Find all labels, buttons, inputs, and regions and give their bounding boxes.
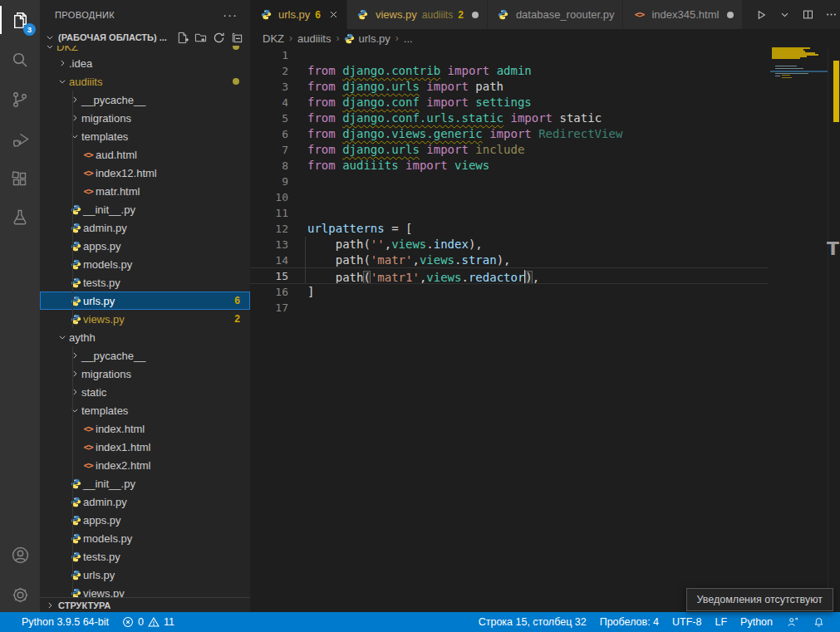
tree-item-__init__.py[interactable]: __init__.py [40,474,250,492]
tab-urls.py[interactable]: urls.py6 [250,0,347,29]
editor-scrollbar[interactable]: T [828,47,840,612]
status-python-interpreter[interactable]: Python 3.9.5 64-bit [15,612,115,632]
status-cursor-position[interactable]: Строка 15, столбец 32 [472,612,593,632]
code-line-13[interactable]: 13 path('',views.index), [250,237,840,252]
tree-item-index.html[interactable]: <>index.html [40,419,250,438]
tree-item-urls.py[interactable]: urls.py [40,566,250,584]
problems-badge: 6 [234,295,240,306]
status-feedback[interactable] [779,612,806,632]
code-line-16[interactable]: 16] [250,284,840,300]
outline-section-header[interactable]: СТРУКТУРА [40,597,250,612]
breadcrumb-item-urls.py[interactable]: urls.py [344,32,390,45]
activity-settings[interactable] [0,575,40,615]
activity-accounts[interactable] [0,535,40,575]
breadcrumb-item-...[interactable]: ... [404,32,413,45]
tree-item-views.py[interactable]: views.py2 [40,310,250,328]
tree-item-migrations[interactable]: migrations [40,109,250,127]
tree-item-migrations[interactable]: migrations [40,365,250,383]
tree-item-index2.html[interactable]: <>index2.html [40,456,250,474]
minimap-warning-line [772,57,800,59]
code-line-8[interactable]: 8from audiiits import views [250,158,840,174]
tree-item-index12.html[interactable]: <>index12.html [40,164,250,182]
breadcrumb-separator: › [395,32,399,44]
tree-item-index1.html[interactable]: <>index1.html [40,438,250,456]
status-notifications-bell[interactable] [806,612,832,632]
tree-item-__pycache__[interactable]: __pycache__ [40,91,250,109]
new-folder-icon[interactable] [192,29,209,46]
run-button[interactable] [751,5,771,25]
close-icon[interactable] [329,10,338,19]
code-line-10[interactable]: 10 [250,189,840,205]
status-problems[interactable]: 011 [115,612,181,632]
gear-icon [10,585,31,605]
tree-item-aud.html[interactable]: <>aud.html [40,145,250,164]
code-editor[interactable]: 12from django.contrib import admin3from … [250,47,840,612]
activity-extensions[interactable] [0,159,40,199]
minimap[interactable] [770,47,828,296]
status-encoding[interactable]: UTF-8 [666,612,708,632]
activity-explorer[interactable]: 3 [0,0,40,40]
tree-item-static[interactable]: static [40,383,250,401]
breadcrumb-item-DKZ[interactable]: DKZ [263,32,284,45]
notification-toast[interactable]: Уведомления отсутствуют [686,588,833,611]
code-line-1[interactable]: 1 [250,47,840,63]
workspace-section-header[interactable]: (РАБОЧАЯ ОБЛАСТЬ) ... [40,29,250,46]
tab-index345.html[interactable]: <>index345.html [623,0,743,29]
tree-indent-guide [72,200,73,218]
code-line-9[interactable]: 9 [250,174,840,189]
tree-item-admin.py[interactable]: admin.py [40,218,250,237]
tree-item-apps.py[interactable]: apps.py [40,237,250,255]
code-line-14[interactable]: 14 path('matr',views.stran), [250,252,840,268]
activity-search[interactable] [0,40,40,80]
tree-item-apps.py[interactable]: apps.py [40,511,250,529]
status-language-mode[interactable]: Python [734,612,779,632]
code-line-12[interactable]: 12urlpatterns = [ [250,221,840,237]
breadcrumb-item-audiiits[interactable]: audiiits [297,32,331,45]
tree-item-__pycache__[interactable]: __pycache__ [40,346,250,365]
problems-badge: 2 [234,313,240,325]
tree-item-aythh[interactable]: aythh [40,328,250,346]
tree-item-urls.py[interactable]: urls.py6 [40,292,250,310]
status-indentation[interactable]: Пробелов: 4 [593,612,666,632]
split-editor-button[interactable] [798,5,818,25]
code-line-7[interactable]: 7from django.urls import include [250,142,840,158]
tree-item-.idea[interactable]: .idea [40,54,250,72]
tree-item-tests.py[interactable]: tests.py [40,547,250,566]
tree-item-admin.py[interactable]: admin.py [40,492,250,511]
tree-item-matr.html[interactable]: <>matr.html [40,182,250,200]
code-line-17[interactable]: 17 [250,300,840,316]
tree-item-__init__.py[interactable]: __init__.py [40,200,250,218]
feedback-icon [786,615,799,629]
activity-source-control[interactable] [0,80,40,120]
code-line-11[interactable]: 11 [250,205,840,221]
status-bar: Python 3.9.5 64-bit011 Строка 15, столбе… [0,612,840,632]
sidebar-more-actions[interactable]: ··· [218,7,243,22]
tree-item-models.py[interactable]: models.py [40,529,250,547]
status-eol[interactable]: LF [708,612,734,632]
code-line-5[interactable]: 5from django.conf.urls.static import sta… [250,110,840,126]
new-file-icon[interactable] [174,29,190,46]
tree-item-tests.py[interactable]: tests.py [40,273,250,292]
code-line-4[interactable]: 4from django.conf import settings [250,95,840,110]
activity-testing[interactable] [0,198,40,238]
collapse-all-icon[interactable] [228,29,245,46]
tree-item-audiiits[interactable]: audiiits [40,72,250,91]
more-actions-button[interactable] [821,5,840,25]
tab-views.py[interactable]: views.pyaudiiits2 [347,0,488,29]
run-dropdown[interactable] [774,5,794,25]
chevron-down-icon [68,406,81,414]
code-line-3[interactable]: 3from django.urls import path [250,79,840,95]
tree-item-views.py[interactable]: views.py [40,584,250,598]
code-line-6[interactable]: 6from django.views.generic import Redire… [250,126,840,142]
tree-item-DKZ[interactable]: DKZ [40,46,250,54]
tab-database_roouter.py[interactable]: database_roouter.py [488,0,624,29]
tree-item-models.py[interactable]: models.py [40,255,250,273]
tree-item-templates[interactable]: templates [40,127,250,145]
code-line-2[interactable]: 2from django.contrib import admin [250,63,840,79]
tab-description: audiiits [422,9,453,21]
search-icon [10,50,30,70]
activity-run-debug[interactable] [0,120,40,159]
tree-item-templates[interactable]: templates [40,401,250,419]
code-line-15[interactable]: 15 path('matr1',views.redactor), [250,268,840,284]
refresh-icon[interactable] [210,29,227,46]
